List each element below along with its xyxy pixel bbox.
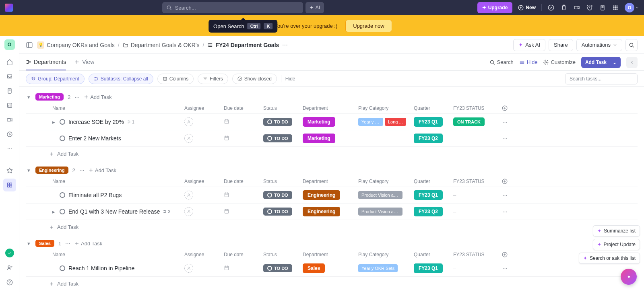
task-more-icon[interactable]: ⋯ [497, 209, 513, 215]
hide-filters-link[interactable]: Hide [285, 76, 295, 82]
header-search-button[interactable] [625, 39, 638, 51]
column-header[interactable]: Due date [224, 252, 260, 257]
group-pill[interactable]: Group: Department [26, 74, 85, 84]
group-badge[interactable]: Engineering [35, 167, 68, 174]
columns-pill[interactable]: Columns [157, 74, 194, 84]
sidebar-invite-icon[interactable] [3, 261, 16, 274]
alarm-icon[interactable] [586, 4, 593, 11]
status-pill[interactable]: TO DO [263, 264, 292, 272]
status-pill[interactable]: TO DO [263, 208, 292, 216]
expand-task-icon[interactable]: ▸ [52, 209, 56, 215]
summarize-list-button[interactable]: ✦Summarize list [593, 225, 640, 236]
column-header[interactable]: Assignee [184, 105, 221, 111]
play-category-pill[interactable]: Yearly OK... [358, 118, 383, 126]
play-category-pill[interactable]: Product Vision and ... [358, 191, 402, 199]
quarter-pill[interactable]: FY23 Q2 [414, 207, 443, 216]
ask-ai-button[interactable]: ✦ Ask AI [513, 39, 545, 51]
column-header[interactable]: Due date [224, 179, 260, 184]
due-date-button[interactable] [224, 119, 229, 125]
expand-task-icon[interactable]: ▸ [52, 119, 56, 125]
check-circle-icon[interactable] [547, 4, 555, 11]
play-category-pill[interactable]: Yearly OKR Sets [358, 264, 398, 272]
status-circle-icon[interactable] [60, 265, 65, 271]
column-header[interactable]: Status [263, 252, 299, 257]
quarter-pill[interactable]: FY23 Q1 [414, 117, 443, 127]
add-task-button[interactable]: Add Task ⌄ [581, 57, 621, 68]
play-category-pill[interactable]: Product Vision and ... [358, 208, 402, 216]
apps-grid-icon[interactable] [612, 4, 619, 11]
sidebar-star-icon[interactable] [3, 164, 16, 177]
search-ask-list-button[interactable]: ✦Search or ask this list [579, 253, 640, 264]
task-name[interactable]: End Q1 with 3 New Feature Release [68, 208, 160, 215]
global-search-input[interactable]: Search... [162, 2, 303, 13]
sidebar-goals-icon[interactable] [3, 128, 16, 141]
status-circle-icon[interactable] [60, 209, 65, 214]
quarter-pill[interactable]: FY23 Q2 [414, 134, 443, 143]
add-task-row[interactable]: Add Task [26, 277, 638, 288]
subtasks-pill[interactable]: Subtasks: Collapse all [89, 74, 153, 84]
search-tasks-input[interactable]: Search tasks... [565, 73, 638, 84]
sidebar-dashboards-icon[interactable] [3, 99, 16, 112]
ai-button[interactable]: ✦ AI [305, 2, 324, 13]
task-row[interactable]: Eliminate all P2 Bugs TO DO Engineering … [26, 187, 638, 204]
view-customize-button[interactable]: Customize [543, 59, 575, 65]
column-header[interactable]: FY23 STATUS [453, 105, 493, 111]
sidebar-docs-icon[interactable] [3, 84, 16, 97]
new-button[interactable]: New [518, 5, 536, 10]
ai-fab[interactable]: ✦ [621, 269, 637, 285]
column-header[interactable]: Department [303, 179, 355, 184]
due-date-button[interactable] [224, 193, 229, 199]
chevron-down-icon[interactable]: ⌄ [610, 60, 617, 65]
add-column-button[interactable] [497, 179, 513, 184]
group-add-task[interactable]: Add Task [74, 241, 102, 247]
assignee-add-button[interactable] [184, 117, 193, 126]
add-task-row[interactable]: Add Task [26, 220, 638, 232]
department-pill[interactable]: Sales [303, 263, 325, 273]
column-header[interactable]: Quarter [414, 179, 450, 184]
group-add-task[interactable]: Add Task [84, 94, 111, 100]
breadcrumb-folder[interactable]: Department Goals & OKR's [123, 42, 200, 48]
column-header[interactable]: FY23 STATUS [453, 179, 493, 184]
task-more-icon[interactable]: ⋯ [497, 136, 513, 142]
view-search-button[interactable]: Search [489, 59, 514, 65]
status-pill[interactable]: TO DO [263, 191, 292, 199]
column-header[interactable]: Name [52, 179, 181, 184]
task-row[interactable]: Reach 1 Million in Pipeline TO DO Sales … [26, 260, 638, 277]
list-more-icon[interactable]: ⋯ [282, 42, 288, 48]
status-circle-icon[interactable] [60, 136, 65, 141]
column-header[interactable]: Department [303, 252, 355, 257]
sidebar-help-icon[interactable] [3, 276, 16, 289]
assignee-add-button[interactable] [184, 191, 193, 199]
column-header[interactable]: Due date [224, 105, 260, 111]
task-name[interactable]: Increase SOE by 20% [68, 119, 124, 125]
assignee-add-button[interactable] [184, 264, 193, 273]
department-pill[interactable]: Engineering [303, 207, 340, 216]
group-more-icon[interactable]: ⋯ [65, 241, 70, 247]
column-header[interactable]: Status [263, 105, 299, 111]
filters-pill[interactable]: Filters [198, 74, 228, 84]
show-closed-pill[interactable]: Show closed [232, 74, 277, 84]
status-circle-icon[interactable] [60, 192, 65, 198]
automations-button[interactable]: Automations [576, 39, 622, 51]
group-collapse-icon[interactable]: ▾ [26, 167, 31, 173]
column-header[interactable]: Assignee [184, 179, 221, 184]
department-pill[interactable]: Engineering [303, 190, 340, 200]
due-date-button[interactable] [224, 136, 229, 142]
sidebar-clips-icon[interactable] [3, 113, 16, 126]
subtask-count[interactable]: 1 [127, 119, 134, 124]
group-add-task[interactable]: Add Task [89, 167, 116, 173]
clipboard-icon[interactable] [560, 4, 568, 11]
task-more-icon[interactable]: ⋯ [497, 119, 513, 125]
column-header[interactable]: Department [303, 105, 355, 111]
task-row[interactable]: ▸ End Q1 with 3 New Feature Release 3 TO… [26, 204, 638, 220]
account-menu[interactable]: O [625, 3, 639, 12]
toggle-sidebar-icon[interactable] [26, 41, 33, 49]
share-button[interactable]: Share [549, 39, 573, 51]
due-date-button[interactable] [224, 266, 229, 272]
notepad-icon[interactable] [599, 4, 606, 11]
task-row[interactable]: ▸ Increase SOE by 20% 1 TO DO Marketing … [26, 114, 638, 130]
add-column-button[interactable] [497, 105, 513, 111]
column-header[interactable]: Quarter [414, 105, 450, 111]
task-name[interactable]: Eliminate all P2 Bugs [68, 192, 122, 198]
assignee-add-button[interactable] [184, 134, 193, 143]
